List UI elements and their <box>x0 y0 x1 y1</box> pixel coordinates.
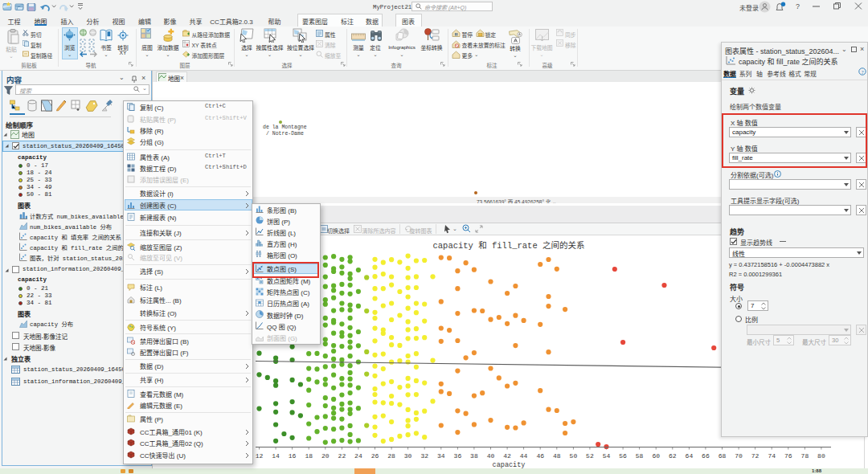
svg-text:22: 22 <box>338 452 346 460</box>
svg-text:78: 78 <box>801 452 809 460</box>
svg-text:28: 28 <box>387 452 395 460</box>
svg-text:24: 24 <box>354 452 362 460</box>
svg-text:72: 72 <box>751 452 760 460</box>
svg-text:12: 12 <box>256 452 264 460</box>
svg-text:34: 34 <box>437 452 445 460</box>
svg-text:42: 42 <box>503 452 511 460</box>
svg-text:20: 20 <box>321 452 330 460</box>
svg-text:46: 46 <box>536 452 544 460</box>
svg-text:54: 54 <box>603 452 611 460</box>
svg-text:56: 56 <box>619 452 627 460</box>
svg-text:64: 64 <box>686 452 694 460</box>
svg-text:66: 66 <box>702 452 710 460</box>
svg-text:30: 30 <box>404 452 412 460</box>
svg-text:76: 76 <box>784 452 792 460</box>
svg-text:18: 18 <box>305 452 313 460</box>
svg-text:62: 62 <box>669 452 677 460</box>
svg-text:36: 36 <box>454 452 462 460</box>
svg-text:52: 52 <box>586 452 594 460</box>
svg-text:38: 38 <box>470 452 478 460</box>
svg-text:48: 48 <box>553 452 561 460</box>
svg-text:60: 60 <box>652 452 660 460</box>
svg-text:16: 16 <box>289 452 297 460</box>
svg-text:50: 50 <box>570 452 578 460</box>
svg-text:80: 80 <box>817 452 825 460</box>
svg-text:26: 26 <box>371 452 379 460</box>
svg-text:70: 70 <box>735 452 743 460</box>
svg-text:14: 14 <box>272 452 280 460</box>
svg-text:58: 58 <box>636 452 644 460</box>
svg-text:74: 74 <box>768 452 776 460</box>
svg-text:68: 68 <box>719 452 727 460</box>
svg-text:?: ? <box>861 69 863 76</box>
svg-text:40: 40 <box>487 452 495 460</box>
svg-text:44: 44 <box>520 452 528 460</box>
svg-text:32: 32 <box>420 452 428 460</box>
svg-text:capacity: capacity <box>493 461 526 468</box>
